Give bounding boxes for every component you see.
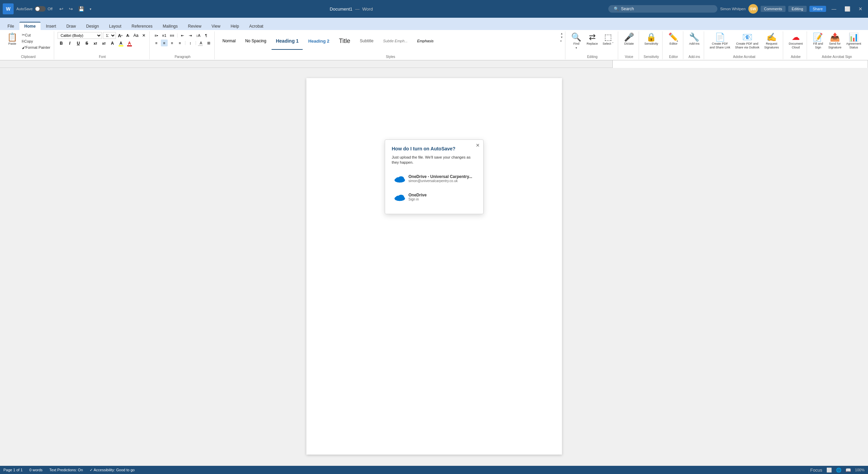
save-icon[interactable]: 💾: [76, 6, 87, 12]
create-pdf-share-link-button[interactable]: 📄 Create PDF and Share Link: [707, 32, 732, 50]
styles-expand[interactable]: ▲ ▼ ▾: [560, 32, 563, 43]
style-title[interactable]: Title: [335, 32, 355, 50]
group-sensitivity: 🔒 Sensitivity Sensitivity: [640, 31, 663, 59]
style-no-spacing[interactable]: No Spacing: [241, 32, 271, 50]
svg-point-3: [394, 178, 405, 182]
find-button[interactable]: 🔍 Find ▾: [569, 32, 584, 50]
font-size-select[interactable]: 11: [103, 32, 116, 39]
increase-indent-button[interactable]: ⇥: [187, 32, 194, 39]
tab-home[interactable]: Home: [19, 22, 40, 30]
tab-mailings[interactable]: Mailings: [158, 23, 182, 30]
sensitivity-button[interactable]: 🔒 Sensitivity: [642, 32, 660, 47]
change-case-button[interactable]: Aa: [133, 32, 139, 39]
justify-button[interactable]: ≡: [177, 40, 183, 46]
shrink-font-button[interactable]: A-: [125, 32, 132, 39]
tab-design[interactable]: Design: [81, 23, 104, 30]
underline-button[interactable]: U: [75, 40, 82, 47]
ribbon: File Home Insert Draw Design Layout Refe…: [0, 18, 868, 60]
style-normal[interactable]: Normal: [218, 32, 240, 50]
customize-qat-icon[interactable]: ▾: [87, 7, 94, 11]
align-right-button[interactable]: ≡: [169, 40, 176, 46]
print-layout-view-button[interactable]: ⬜: [826, 468, 832, 473]
search-box[interactable]: 🔍 Search: [608, 5, 717, 13]
focus-button[interactable]: Focus: [810, 468, 822, 473]
style-subtitle[interactable]: Subtitle: [355, 32, 378, 50]
agreement-status-button[interactable]: 📊 Agreement Status: [844, 32, 863, 50]
multilevel-list-button[interactable]: ≡≡: [169, 32, 176, 39]
style-emphasis[interactable]: Emphasis: [413, 32, 438, 50]
align-center-button[interactable]: ≡: [161, 40, 168, 46]
shading-button[interactable]: A: [198, 40, 204, 46]
para-sep1: [177, 33, 178, 38]
comments-button[interactable]: Comments: [761, 6, 786, 12]
tab-references[interactable]: References: [127, 23, 157, 30]
onedrive-option-2[interactable]: OneDrive Sign in: [392, 189, 476, 206]
tab-acrobat[interactable]: Acrobat: [244, 23, 268, 30]
fill-sign-icon: 📝: [813, 33, 823, 41]
text-effects-button[interactable]: A: [109, 40, 116, 47]
tab-review[interactable]: Review: [183, 23, 206, 30]
editing-button[interactable]: Editing: [788, 6, 807, 12]
restore-button[interactable]: ⬜: [842, 6, 853, 12]
tab-help[interactable]: Help: [226, 23, 244, 30]
para-row1: ≡• ≡1 ≡≡ ⇤ ⇥ ↕A ¶: [153, 32, 210, 39]
italic-button[interactable]: I: [66, 40, 74, 47]
show-formatting-button[interactable]: ¶: [203, 32, 210, 39]
copy-button[interactable]: ⎘ Copy: [20, 39, 52, 44]
clear-format-button[interactable]: ✕: [140, 32, 147, 39]
web-layout-view-button[interactable]: 🌐: [836, 468, 841, 473]
style-heading1[interactable]: Heading 1: [271, 32, 303, 50]
undo-icon[interactable]: ↩: [57, 6, 66, 12]
onedrive-option-1[interactable]: OneDrive - Universal Carpentry... simon@…: [392, 170, 476, 187]
highlight-color-button[interactable]: A: [117, 40, 125, 47]
tab-view[interactable]: View: [207, 23, 225, 30]
tab-insert[interactable]: Insert: [41, 23, 61, 30]
bullets-button[interactable]: ≡•: [153, 32, 160, 39]
minimize-button[interactable]: —: [829, 6, 839, 12]
svg-point-7: [394, 196, 405, 201]
sort-button[interactable]: ↕A: [195, 32, 202, 39]
tab-draw[interactable]: Draw: [62, 23, 81, 30]
subscript-button[interactable]: x2: [92, 40, 99, 47]
create-pdf-outlook-button[interactable]: 📧 Create PDF and Share via Outlook: [733, 32, 762, 50]
style-heading2[interactable]: Heading 2: [304, 32, 334, 50]
borders-button[interactable]: ⊞: [205, 40, 212, 46]
request-signatures-button[interactable]: ✍️ Request Signatures: [762, 32, 781, 50]
app-name: Word: [362, 6, 373, 12]
autosave-toggle[interactable]: [35, 6, 46, 12]
font-family-select[interactable]: Calibri (Body): [58, 32, 102, 39]
redo-icon[interactable]: ↪: [66, 6, 76, 12]
immersive-reader-button[interactable]: 📖: [846, 468, 851, 473]
document-cloud-button[interactable]: ☁ Document Cloud: [787, 32, 805, 50]
superscript-button[interactable]: x2: [100, 40, 108, 47]
fill-sign-button[interactable]: 📝 Fill and Sign: [810, 32, 825, 50]
font-color-button[interactable]: A: [126, 40, 133, 47]
cut-button[interactable]: ✂ Cut: [20, 32, 52, 38]
paste-button[interactable]: 📋 Paste: [5, 32, 20, 47]
format-painter-label: Format Painter: [26, 45, 50, 49]
tab-layout[interactable]: Layout: [104, 23, 126, 30]
bold-button[interactable]: B: [58, 40, 65, 47]
sensitivity-icon: 🔒: [646, 33, 656, 41]
editor-button[interactable]: ✏️ Editor: [666, 32, 681, 47]
numbering-button[interactable]: ≡1: [161, 32, 168, 39]
send-for-signature-button[interactable]: 📤 Send for Signature: [826, 32, 843, 50]
grow-font-button[interactable]: A+: [117, 32, 124, 39]
decrease-indent-button[interactable]: ⇤: [179, 32, 186, 39]
editing-label: Editing: [569, 54, 616, 59]
share-button[interactable]: Share: [809, 6, 826, 12]
dictate-button[interactable]: 🎤 Dictate: [622, 32, 637, 47]
replace-button[interactable]: ⇄ Replace: [584, 32, 600, 47]
line-spacing-button[interactable]: ↕: [187, 40, 194, 46]
tab-file[interactable]: File: [3, 23, 19, 30]
editing-content: 🔍 Find ▾ ⇄ Replace ⬚ Select ˅: [569, 31, 616, 54]
addins-button[interactable]: 🔧 Add-ins: [687, 32, 702, 47]
format-painter-button[interactable]: 🖌 Format Painter: [20, 45, 52, 50]
close-button[interactable]: ✕: [856, 6, 865, 12]
strikethrough-button[interactable]: S: [83, 40, 91, 47]
style-subtle-emphasis[interactable]: Subtle Emph...: [379, 32, 412, 50]
request-sigs-label: Request Signatures: [764, 42, 779, 49]
align-left-button[interactable]: ≡: [153, 40, 160, 46]
dialog-close-button[interactable]: ✕: [476, 143, 480, 148]
select-button[interactable]: ⬚ Select ˅: [600, 32, 616, 47]
